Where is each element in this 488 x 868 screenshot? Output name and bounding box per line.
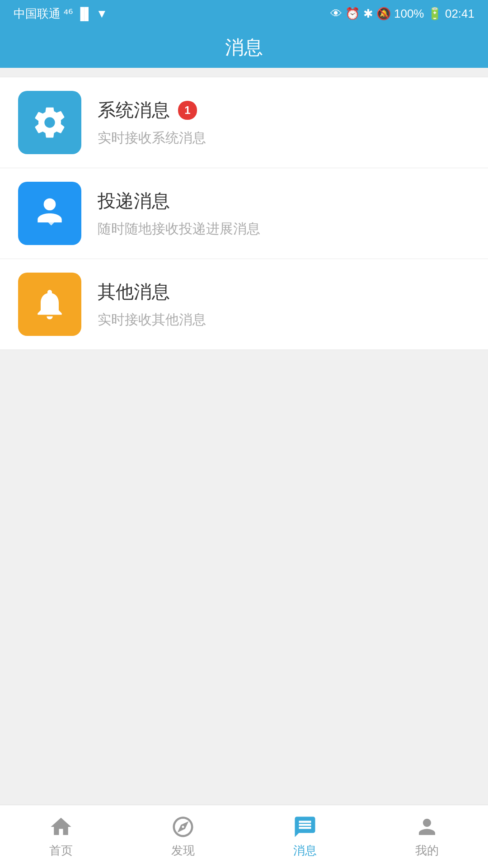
mine-icon <box>415 815 439 839</box>
other-message-text: 其他消息 实时接收其他消息 <box>98 279 470 329</box>
carrier-text: 中国联通 ⁴⁶ ▐▌ ▼ <box>14 6 108 22</box>
other-message-subtitle: 实时接收其他消息 <box>98 312 206 327</box>
nav-label-mine: 我的 <box>415 843 439 859</box>
message-icon <box>293 815 317 839</box>
message-list: 系统消息 1 实时接收系统消息 投递消息 随时随地接收投递进展消息 <box>0 68 488 350</box>
delivery-message-subtitle: 随时随地接收投递进展消息 <box>98 221 260 236</box>
nav-item-mine[interactable]: 我的 <box>366 815 488 859</box>
nav-item-discover[interactable]: 发现 <box>122 815 244 859</box>
system-message-subtitle: 实时接收系统消息 <box>98 130 206 145</box>
bottom-navigation: 首页 发现 消息 我的 <box>0 805 488 868</box>
other-message-icon <box>18 273 81 336</box>
other-message-item[interactable]: 其他消息 实时接收其他消息 <box>0 259 488 350</box>
discover-icon <box>171 815 195 839</box>
system-message-item[interactable]: 系统消息 1 实时接收系统消息 <box>0 77 488 168</box>
system-message-text: 系统消息 1 实时接收系统消息 <box>98 98 470 147</box>
delivery-message-icon <box>18 182 81 245</box>
delivery-message-item[interactable]: 投递消息 随时随地接收投递进展消息 <box>0 168 488 259</box>
other-message-title: 其他消息 <box>98 279 170 304</box>
delivery-message-title: 投递消息 <box>98 189 170 213</box>
status-right: 👁 ⏰ ✱ 🔕 100% 🔋 02:41 <box>330 7 474 21</box>
status-bar: 中国联通 ⁴⁶ ▐▌ ▼ 👁 ⏰ ✱ 🔕 100% 🔋 02:41 <box>0 0 488 27</box>
nav-item-message[interactable]: 消息 <box>244 815 366 859</box>
system-message-badge: 1 <box>178 101 197 120</box>
system-message-icon <box>18 91 81 154</box>
nav-item-home[interactable]: 首页 <box>0 815 122 859</box>
system-message-title: 系统消息 <box>98 98 170 123</box>
home-icon <box>49 815 73 839</box>
nav-label-home: 首页 <box>49 843 73 859</box>
page-header: 消息 <box>0 27 488 68</box>
delivery-message-text: 投递消息 随时随地接收投递进展消息 <box>98 189 470 238</box>
page-title: 消息 <box>225 35 263 60</box>
nav-label-message: 消息 <box>293 843 317 859</box>
nav-label-discover: 发现 <box>171 843 195 859</box>
